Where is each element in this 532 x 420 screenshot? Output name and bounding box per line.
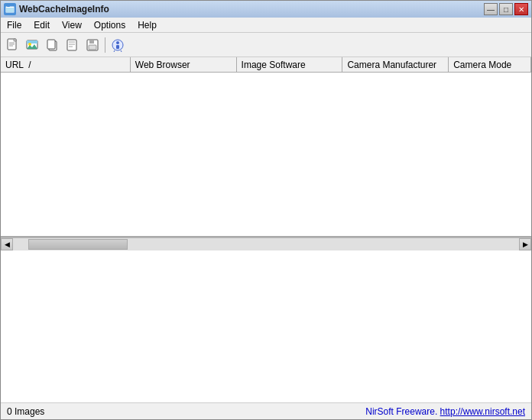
svg-rect-1 (7, 5, 10, 7)
scroll-thumb[interactable] (28, 239, 128, 250)
scroll-track[interactable] (13, 238, 519, 250)
scroll-left-button[interactable]: ◀ (1, 238, 13, 250)
run-button[interactable] (109, 36, 127, 54)
col-header-image-software[interactable]: Image Software (237, 57, 343, 72)
main-window: WebCacheImageInfo — □ ✕ File Edit View O… (0, 0, 532, 420)
svg-rect-18 (89, 45, 96, 50)
window-title: WebCacheImageInfo (19, 4, 109, 15)
nirsoft-link[interactable]: http://www.nirsoft.net (440, 406, 525, 417)
status-bar: 0 Images NirSoft Freeware. http://www.ni… (1, 402, 531, 419)
title-bar-left: WebCacheImageInfo (4, 3, 109, 15)
new-button[interactable] (4, 36, 22, 54)
menu-edit[interactable]: Edit (28, 18, 56, 32)
col-header-camera-model[interactable]: Camera Mode (449, 57, 531, 72)
col-header-web-browser[interactable]: Web Browser (131, 57, 237, 72)
toolbar-separator (105, 37, 105, 53)
svg-line-22 (114, 50, 115, 52)
title-bar: WebCacheImageInfo — □ ✕ (1, 1, 531, 18)
maximize-button[interactable]: □ (499, 3, 513, 15)
nirsoft-credit: NirSoft Freeware. http://www.nirsoft.net (365, 406, 525, 417)
menu-options[interactable]: Options (88, 18, 131, 32)
col-header-url[interactable]: URL / (1, 57, 131, 72)
app-icon (4, 3, 16, 15)
svg-rect-17 (89, 40, 94, 44)
menu-help[interactable]: Help (131, 18, 163, 32)
svg-rect-21 (116, 45, 119, 49)
content-area: URL / Web Browser Image Software Camera … (1, 57, 531, 402)
properties-button[interactable] (63, 36, 82, 54)
scroll-right-button[interactable]: ▶ (519, 238, 531, 250)
save-button[interactable] (83, 36, 102, 54)
table-header: URL / Web Browser Image Software Camera … (1, 57, 531, 73)
menu-bar: File Edit View Options Help (1, 18, 531, 33)
table-area: URL / Web Browser Image Software Camera … (1, 57, 531, 237)
toolbar (1, 33, 531, 57)
svg-rect-11 (47, 40, 55, 49)
window-controls: — □ ✕ (484, 3, 528, 15)
copy-button[interactable] (44, 36, 62, 54)
nirsoft-text: NirSoft Freeware. (365, 406, 437, 417)
menu-file[interactable]: File (1, 18, 28, 32)
menu-view[interactable]: View (56, 18, 88, 32)
minimize-button[interactable]: — (484, 3, 498, 15)
preview-area (1, 250, 531, 402)
table-body (1, 73, 531, 236)
close-button[interactable]: ✕ (514, 3, 528, 15)
col-header-camera-manufacturer[interactable]: Camera Manufacturer (342, 57, 449, 72)
open-image-button[interactable] (24, 36, 42, 54)
horizontal-scrollbar[interactable]: ◀ ▶ (1, 237, 531, 250)
image-count: 0 Images (7, 406, 44, 417)
svg-point-20 (116, 41, 119, 44)
svg-line-23 (121, 50, 122, 52)
svg-rect-8 (27, 40, 37, 44)
svg-rect-2 (6, 8, 14, 12)
svg-rect-12 (67, 40, 76, 50)
